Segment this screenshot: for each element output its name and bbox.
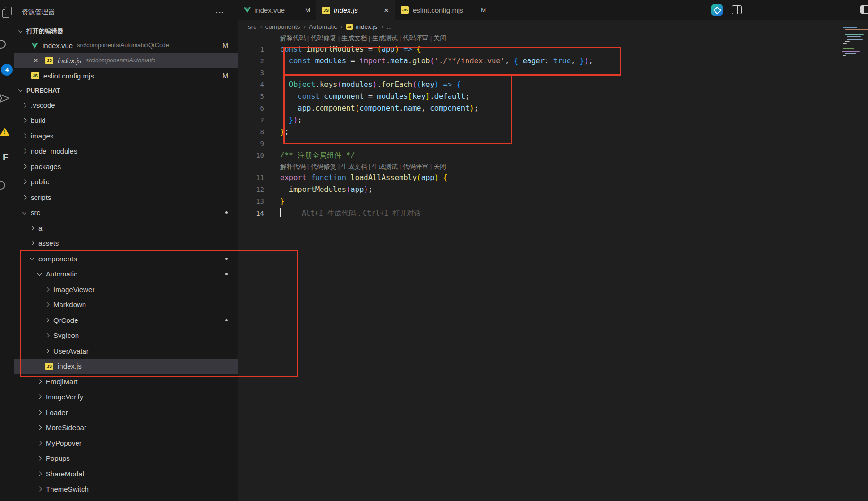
tree-item-imageverify[interactable]: ImageVerify [14, 389, 238, 405]
tree-item-packages[interactable]: packages [14, 159, 238, 174]
code-line-7[interactable]: 7 }); [238, 114, 868, 126]
minimap-line [845, 29, 868, 30]
f-logo-icon[interactable]: F [3, 152, 9, 163]
codelens-action-5[interactable]: 关闭 [434, 163, 446, 170]
open-editor-index.vue[interactable]: index.vuesrc\components\Automatic\QrCode… [14, 38, 238, 53]
tree-item-svgicon[interactable]: SvgIcon [14, 328, 238, 344]
tree-item-popups[interactable]: Popups [14, 451, 238, 466]
chevron-right-icon [45, 318, 50, 322]
tree-item-useravatar[interactable]: UserAvatar [14, 343, 238, 359]
extension-icon[interactable] [711, 4, 723, 16]
layout-icon[interactable] [860, 5, 868, 14]
tree-item-emojimart[interactable]: EmojiMart [14, 374, 238, 389]
breadcrumb-item-automatic[interactable]: Automatic [309, 23, 337, 30]
codelens-action-0[interactable]: 解释代码 [280, 35, 306, 42]
open-editors-header[interactable]: 打开的编辑器 [14, 25, 238, 38]
codelens-action-3[interactable]: 生成测试 [372, 163, 398, 170]
file-tree: .vscodebuildimagesnode_modulespackagespu… [14, 97, 238, 497]
tree-item-qrcode[interactable]: QrCode [14, 312, 238, 328]
tree-item-src[interactable]: src [14, 205, 238, 221]
tree-item-images[interactable]: images [14, 128, 238, 144]
tree-item-imageviewer[interactable]: ImageViewer [14, 282, 238, 297]
tree-item-assets[interactable]: assets [14, 236, 238, 251]
code-line-13[interactable]: 13} [238, 196, 868, 207]
close-icon[interactable]: ✕ [33, 57, 41, 64]
code-text: }; [271, 126, 289, 138]
code-line-3[interactable]: 3 [238, 67, 868, 79]
tree-item-sharemodal[interactable]: ShareModal [14, 466, 238, 482]
codelens-separator: | [367, 163, 372, 170]
more-actions-icon[interactable]: ⋯ [215, 7, 224, 17]
breadcrumb-item-...[interactable]: ... [386, 23, 391, 30]
tree-item-automatic[interactable]: Automatic [14, 267, 238, 282]
code-line-2[interactable]: 2 const modules = import.meta.glob('./**… [238, 55, 868, 67]
open-editor-index.js[interactable]: ✕JSindex.jssrc\components\Automatic [14, 53, 238, 68]
code-area[interactable]: 解释代码 | 代码修复 | 生成文档 | 生成测试 | 代码评审 | 关闭1co… [238, 33, 868, 219]
chevron-right-icon [22, 164, 27, 169]
code-line-5[interactable]: 5 const component = modules[key].default… [238, 91, 868, 103]
minimap-line [843, 43, 847, 44]
codelens-action-3[interactable]: 生成测试 [372, 35, 398, 42]
codelens-action-4[interactable]: 代码评审 [403, 35, 428, 42]
sidebar-title-row: 资源管理器 ⋯ [14, 0, 238, 25]
tab-eslint.config.mjs[interactable]: JSeslint.config.mjsM [395, 0, 492, 20]
tree-item-markdown[interactable]: Markdown [14, 297, 238, 313]
tree-item-node-modules[interactable]: node_modules [14, 144, 238, 159]
breadcrumb: src›components›Automatic›JSindex.js›... [238, 20, 868, 33]
tree-item-scripts[interactable]: scripts [14, 190, 238, 205]
code-line-11[interactable]: 11export function loadAllAssembly(app) { [238, 172, 868, 184]
tree-item-label: node_modules [31, 147, 77, 155]
code-line-12[interactable]: 12 importModules(app); [238, 184, 868, 196]
code-line-8[interactable]: 8}; [238, 126, 868, 138]
codelens-action-0[interactable]: 解释代码 [280, 163, 306, 170]
tree-item-moresidebar[interactable]: MoreSidebar [14, 420, 238, 436]
line-number: 9 [238, 138, 271, 150]
files-icon[interactable] [2, 9, 9, 18]
tree-item-index.js[interactable]: JSindex.js [14, 359, 238, 374]
tree-item-mypopover[interactable]: MyPopover [14, 435, 238, 451]
codelens-action-1[interactable]: 代码修复 [311, 35, 336, 42]
breadcrumb-item-src[interactable]: src [248, 23, 256, 30]
circle-icon[interactable] [0, 181, 5, 190]
tree-item-themeswitch[interactable]: ThemeSwitch [14, 482, 238, 497]
code-line-4[interactable]: 4 Object.keys(modules).forEach((key) => … [238, 79, 868, 91]
tree-item-loader[interactable]: Loader [14, 405, 238, 420]
tree-item-build[interactable]: build [14, 113, 238, 129]
tree-item-label: index.js [58, 362, 82, 370]
modified-badge: M [222, 42, 228, 49]
codelens-row: 解释代码 | 代码修复 | 生成文档 | 生成测试 | 代码评审 | 关闭 [238, 33, 868, 43]
minimap[interactable] [842, 27, 865, 58]
split-editor-icon[interactable] [732, 5, 742, 14]
chat-send-icon[interactable] [0, 93, 9, 104]
chevron-right-icon [22, 133, 27, 138]
codelens-action-4[interactable]: 代码评审 [403, 163, 428, 170]
code-line-14[interactable]: 14Alt+I 生成代码，Ctrl+I 打开对话 [238, 207, 868, 219]
breadcrumb-item-index.js[interactable]: index.js [356, 23, 378, 30]
codelens-action-2[interactable]: 生成文档 [341, 163, 367, 170]
tab-label: index.vue [255, 6, 285, 14]
tree-item-public[interactable]: public [14, 174, 238, 190]
project-header[interactable]: PURECHAT [14, 83, 238, 97]
code-line-1[interactable]: 1const importModules = (app) => { [238, 43, 868, 55]
code-line-10[interactable]: 10/** 注册全局组件 */ [238, 150, 868, 162]
code-line-6[interactable]: 6 app.component(component.name, componen… [238, 103, 868, 114]
codelens-action-2[interactable]: 生成文档 [341, 35, 367, 42]
modified-dot [225, 258, 228, 260]
tab-index.js[interactable]: JSindex.js✕ [316, 0, 395, 20]
search-icon[interactable] [0, 40, 6, 49]
tree-item-components[interactable]: components [14, 251, 238, 267]
tree-item-.vscode[interactable]: .vscode [14, 97, 238, 113]
codelens-action-1[interactable]: 代码修复 [311, 163, 336, 170]
chevron-right-icon [45, 287, 50, 292]
tabs: index.vueMJSindex.js✕JSeslint.config.mjs… [238, 0, 868, 20]
codelens-action-5[interactable]: 关闭 [434, 35, 446, 42]
chevron-right-icon [45, 333, 50, 338]
close-icon[interactable]: ✕ [383, 7, 389, 14]
tree-item-label: QrCode [53, 316, 78, 324]
breadcrumb-item-components[interactable]: components [265, 23, 300, 30]
code-line-9[interactable]: 9 [238, 138, 868, 150]
line-number: 1 [238, 43, 271, 55]
tab-index.vue[interactable]: index.vueM [238, 0, 316, 20]
tree-item-ai[interactable]: ai [14, 220, 238, 236]
open-editor-eslint.config.mjs[interactable]: JSeslint.config.mjsM [14, 68, 238, 83]
